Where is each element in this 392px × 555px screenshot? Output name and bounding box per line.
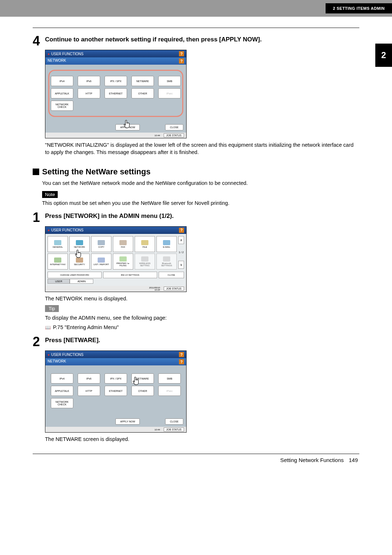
internet-fax-button[interactable]: INTERNET FAX [48,254,68,270]
tip-badge: Tip [45,305,59,312]
ipv4-button[interactable]: IPv4 [51,373,73,384]
step-2: 2 Press [NETWARE]. [33,335,359,348]
footer-page: 149 [349,457,358,463]
sb-subbar: NETWORK? [45,358,186,365]
close-button[interactable]: CLOSE [165,124,183,130]
other-button[interactable]: OTHER [131,88,154,98]
sb-titlebar: ●USER FUNCTIONS ? [45,227,186,234]
general-button[interactable]: GENERAL [48,236,68,252]
job-status-button[interactable]: JOB STATUS [164,133,184,137]
network-button-grid: IPv4 IPv6 IPX / SPX NETWARE SMB APPLETAL… [48,70,183,117]
copy-button[interactable]: COPY [91,236,111,252]
page-reference: 📖 P.75 "Entering Admin Menu" [45,324,359,330]
sb-subbar: NETWORK? [45,57,186,65]
ethernet-button[interactable]: ETHERNET [105,88,127,98]
ipv6-button[interactable]: IPv6 [78,76,100,86]
step-title: Press [NETWARE]. [45,337,359,344]
ipv4-button[interactable]: IPv4 [51,76,73,86]
network-button[interactable]: NETWORK [69,236,90,252]
note-text: This option must be set when you use the… [42,200,359,206]
8021x-button[interactable]: 802.1X SETTINGS [103,272,157,278]
step4-after-text: "NETWORK INITIALIZING" is displayed at t… [45,141,359,156]
step-number: 2 [33,335,45,348]
ipx-spx-button[interactable]: IPX / SPX [105,76,127,86]
screenshot-network-apply: ●USER FUNCTIONS ? NETWORK? IPv4 IPv6 IPX… [45,50,187,138]
book-icon: 📖 [45,325,51,330]
other-button[interactable]: OTHER [131,386,154,396]
help-icon[interactable]: ? [179,359,184,364]
ipv6-button[interactable]: IPv6 [78,373,100,384]
network-check-button[interactable]: NETWORK CHECK [51,101,73,111]
step-1: 1 Press [NETWORK] in the ADMIN menu (1/2… [33,211,359,224]
apply-now-button[interactable]: APPLY NOW [115,418,140,425]
step-title: Press [NETWORK] in the ADMIN menu (1/2). [45,212,359,220]
step-4: 4 Continue to another network setting if… [33,35,359,48]
help-icon[interactable]: ? [179,58,184,64]
wireless-button[interactable]: WIRELESS SETTING [135,254,155,270]
http-button[interactable]: HTTP [78,88,100,98]
footer: Setting Network Functions 149 [33,457,359,463]
tab-admin[interactable]: ADMIN [70,279,93,284]
network-check-button[interactable]: NETWORK CHECK [51,398,73,408]
step2-after-text: The NETWARE screen is displayed. [45,436,359,443]
ethernet-button[interactable]: ETHERNET [105,386,127,396]
bluetooth-button[interactable]: Bluetooth SETTINGS [156,254,177,270]
top-rule [33,28,359,28]
sb-titlebar: ●USER FUNCTIONS ? [45,50,186,57]
job-status-button[interactable]: JOB STATUS [164,428,184,432]
step-number: 4 [33,35,45,48]
screenshot-network-netware: ●USER FUNCTIONS ? NETWORK? IPv4 IPv6 IPX… [45,351,187,433]
printer-efiling-button[interactable]: PRINTER / e-FILING [113,254,133,270]
page-indicator: 1 / 2 [178,246,184,259]
list-report-button[interactable]: LIST / REPORT [91,254,111,270]
step1-after-text: The NETWORK menu is displayed. [45,295,359,302]
ipx-spx-button[interactable]: IPX / SPX [105,373,127,384]
step-number: 1 [33,211,45,224]
appletalk-button[interactable]: APPLETALK [51,386,73,396]
close-button[interactable]: CLOSE [159,272,184,278]
netware-button[interactable]: NETWARE [131,76,154,86]
help-icon[interactable]: ? [179,51,184,56]
close-button[interactable]: CLOSE [165,418,183,425]
fax-button[interactable]: FAX [113,236,133,252]
help-icon[interactable]: ? [179,228,184,233]
smb-button[interactable]: SMB [158,373,181,384]
security-button[interactable]: SECURITY [69,254,90,270]
page-up-button[interactable]: ∧ [178,236,184,244]
screenshot-admin-menu: ●USER FUNCTIONS ? GENERAL NETWORK COPY F… [45,226,187,292]
footer-rule [33,454,359,454]
sb-titlebar: ●USER FUNCTIONS ? [45,351,186,358]
tab-user[interactable]: USER [48,279,70,284]
help-icon[interactable]: ? [179,352,184,357]
ipsec-button: IPsec [158,386,181,396]
step-title: Continue to another network setting if r… [45,36,359,43]
file-button[interactable]: FILE [135,236,155,252]
job-status-button[interactable]: JOB STATUS [164,287,184,291]
appletalk-button[interactable]: APPLETALK [51,88,73,98]
header-bar: 2 SETTING ITEMS ADMIN [0,0,392,17]
tip-text: To display the ADMIN menu, see the follo… [45,314,359,321]
page-down-button[interactable]: ∨ [178,261,184,269]
change-password-button[interactable]: CHANGE USER PASSWORD [48,272,102,278]
apply-now-button[interactable]: APPLY NOW [115,124,140,130]
section-netware-heading: Setting the NetWare settings [33,167,359,177]
http-button[interactable]: HTTP [78,386,100,396]
ipsec-button: IPsec [158,88,181,98]
netware-button[interactable]: NETWARE [131,373,154,384]
section-title: Setting the NetWare settings [42,167,151,177]
header-badge: 2 SETTING ITEMS ADMIN [326,3,392,13]
section-intro: You can set the NetWare network mode and… [42,180,359,186]
note-badge: Note [42,191,58,198]
section-bullet-icon [33,169,39,175]
footer-section: Setting Network Functions [280,457,344,463]
network-button-grid: IPv4 IPv6 IPX / SPX NETWARE SMB APPLETAL… [48,370,183,411]
smb-button[interactable]: SMB [158,76,181,86]
email-button[interactable]: E-MAIL [156,236,177,252]
chapter-side-badge: 2 [375,44,392,67]
